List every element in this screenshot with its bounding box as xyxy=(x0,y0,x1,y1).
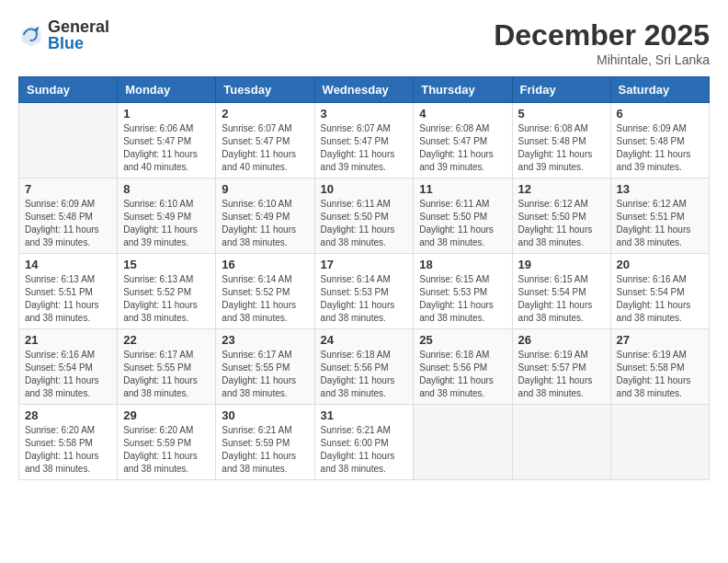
day-info: Sunrise: 6:14 AMSunset: 5:53 PMDaylight:… xyxy=(321,273,408,325)
calendar-cell xyxy=(19,103,118,178)
day-number: 31 xyxy=(321,408,408,422)
day-info: Sunrise: 6:19 AMSunset: 5:58 PMDaylight:… xyxy=(617,349,703,400)
day-info: Sunrise: 6:17 AMSunset: 5:55 PMDaylight:… xyxy=(123,349,210,400)
day-number: 23 xyxy=(222,333,308,347)
day-info: Sunrise: 6:11 AMSunset: 5:50 PMDaylight:… xyxy=(321,198,408,249)
calendar-cell: 13Sunrise: 6:12 AMSunset: 5:51 PMDayligh… xyxy=(610,178,709,254)
day-info: Sunrise: 6:20 AMSunset: 5:58 PMDaylight:… xyxy=(25,424,111,476)
logo-text: General Blue xyxy=(48,18,109,52)
day-header-saturday: Saturday xyxy=(610,77,709,103)
calendar-week-row: 7Sunrise: 6:09 AMSunset: 5:48 PMDaylight… xyxy=(19,178,710,254)
day-info: Sunrise: 6:10 AMSunset: 5:49 PMDaylight:… xyxy=(123,198,210,249)
calendar-cell: 8Sunrise: 6:10 AMSunset: 5:49 PMDaylight… xyxy=(118,178,216,254)
calendar-cell: 29Sunrise: 6:20 AMSunset: 5:59 PMDayligh… xyxy=(118,405,216,480)
day-number: 28 xyxy=(25,408,111,422)
day-info: Sunrise: 6:08 AMSunset: 5:48 PMDaylight:… xyxy=(518,122,605,174)
day-info: Sunrise: 6:15 AMSunset: 5:53 PMDaylight:… xyxy=(419,273,506,325)
day-number: 22 xyxy=(123,333,210,347)
day-header-friday: Friday xyxy=(512,77,610,103)
day-number: 1 xyxy=(123,107,210,121)
calendar-cell: 30Sunrise: 6:21 AMSunset: 5:59 PMDayligh… xyxy=(216,405,314,480)
day-number: 12 xyxy=(518,182,605,196)
day-info: Sunrise: 6:18 AMSunset: 5:56 PMDaylight:… xyxy=(321,349,408,400)
logo-icon xyxy=(18,22,44,48)
calendar-header-row: SundayMondayTuesdayWednesdayThursdayFrid… xyxy=(19,77,710,103)
day-number: 29 xyxy=(123,408,210,422)
logo-general: General xyxy=(48,18,109,35)
day-info: Sunrise: 6:09 AMSunset: 5:48 PMDaylight:… xyxy=(617,122,703,174)
day-number: 19 xyxy=(518,258,605,271)
calendar-cell: 21Sunrise: 6:16 AMSunset: 5:54 PMDayligh… xyxy=(19,329,118,405)
calendar-cell: 18Sunrise: 6:15 AMSunset: 5:53 PMDayligh… xyxy=(414,254,512,329)
day-info: Sunrise: 6:17 AMSunset: 5:55 PMDaylight:… xyxy=(222,349,308,400)
calendar-cell: 12Sunrise: 6:12 AMSunset: 5:50 PMDayligh… xyxy=(512,178,610,254)
calendar-week-row: 21Sunrise: 6:16 AMSunset: 5:54 PMDayligh… xyxy=(19,329,710,405)
day-info: Sunrise: 6:08 AMSunset: 5:47 PMDaylight:… xyxy=(419,122,506,174)
calendar-cell xyxy=(610,405,709,480)
location: Mihintale, Sri Lanka xyxy=(494,52,710,67)
calendar-cell: 3Sunrise: 6:07 AMSunset: 5:47 PMDaylight… xyxy=(314,103,414,178)
day-header-sunday: Sunday xyxy=(19,77,118,103)
day-info: Sunrise: 6:13 AMSunset: 5:52 PMDaylight:… xyxy=(123,273,210,325)
calendar-cell xyxy=(512,405,610,480)
logo[interactable]: General Blue xyxy=(18,18,109,52)
day-header-thursday: Thursday xyxy=(414,77,512,103)
calendar-cell: 16Sunrise: 6:14 AMSunset: 5:52 PMDayligh… xyxy=(216,254,314,329)
calendar-cell: 2Sunrise: 6:07 AMSunset: 5:47 PMDaylight… xyxy=(216,103,314,178)
day-info: Sunrise: 6:13 AMSunset: 5:51 PMDaylight:… xyxy=(25,273,111,325)
day-number: 14 xyxy=(25,258,111,271)
calendar-week-row: 1Sunrise: 6:06 AMSunset: 5:47 PMDaylight… xyxy=(19,103,710,178)
calendar-cell xyxy=(414,405,512,480)
calendar-cell: 19Sunrise: 6:15 AMSunset: 5:54 PMDayligh… xyxy=(512,254,610,329)
day-number: 6 xyxy=(617,107,703,121)
logo-blue: Blue xyxy=(48,35,109,52)
calendar-cell: 14Sunrise: 6:13 AMSunset: 5:51 PMDayligh… xyxy=(19,254,118,329)
day-number: 5 xyxy=(518,107,605,121)
day-number: 8 xyxy=(123,182,210,196)
calendar-week-row: 28Sunrise: 6:20 AMSunset: 5:58 PMDayligh… xyxy=(19,405,710,480)
day-info: Sunrise: 6:16 AMSunset: 5:54 PMDaylight:… xyxy=(617,273,703,325)
day-number: 13 xyxy=(617,182,703,196)
day-info: Sunrise: 6:14 AMSunset: 5:52 PMDaylight:… xyxy=(222,273,308,325)
day-number: 18 xyxy=(419,258,506,271)
calendar-cell: 5Sunrise: 6:08 AMSunset: 5:48 PMDaylight… xyxy=(512,103,610,178)
calendar-cell: 25Sunrise: 6:18 AMSunset: 5:56 PMDayligh… xyxy=(414,329,512,405)
day-info: Sunrise: 6:21 AMSunset: 6:00 PMDaylight:… xyxy=(321,424,408,476)
day-info: Sunrise: 6:11 AMSunset: 5:50 PMDaylight:… xyxy=(419,198,506,249)
day-number: 2 xyxy=(222,107,308,121)
day-info: Sunrise: 6:07 AMSunset: 5:47 PMDaylight:… xyxy=(222,122,308,174)
calendar-cell: 11Sunrise: 6:11 AMSunset: 5:50 PMDayligh… xyxy=(414,178,512,254)
calendar-cell: 22Sunrise: 6:17 AMSunset: 5:55 PMDayligh… xyxy=(118,329,216,405)
day-number: 16 xyxy=(222,258,308,271)
calendar-cell: 26Sunrise: 6:19 AMSunset: 5:57 PMDayligh… xyxy=(512,329,610,405)
calendar-cell: 24Sunrise: 6:18 AMSunset: 5:56 PMDayligh… xyxy=(314,329,414,405)
calendar-cell: 9Sunrise: 6:10 AMSunset: 5:49 PMDaylight… xyxy=(216,178,314,254)
calendar-cell: 15Sunrise: 6:13 AMSunset: 5:52 PMDayligh… xyxy=(118,254,216,329)
day-number: 25 xyxy=(419,333,506,347)
title-block: December 2025 Mihintale, Sri Lanka xyxy=(494,18,710,67)
calendar-cell: 7Sunrise: 6:09 AMSunset: 5:48 PMDaylight… xyxy=(19,178,118,254)
month-title: December 2025 xyxy=(494,18,710,52)
page-header: General Blue December 2025 Mihintale, Sr… xyxy=(18,18,710,67)
day-number: 20 xyxy=(617,258,703,271)
day-header-tuesday: Tuesday xyxy=(216,77,314,103)
day-number: 15 xyxy=(123,258,210,271)
calendar-cell: 10Sunrise: 6:11 AMSunset: 5:50 PMDayligh… xyxy=(314,178,414,254)
day-number: 7 xyxy=(25,182,111,196)
day-info: Sunrise: 6:21 AMSunset: 5:59 PMDaylight:… xyxy=(222,424,308,476)
day-info: Sunrise: 6:18 AMSunset: 5:56 PMDaylight:… xyxy=(419,349,506,400)
calendar-week-row: 14Sunrise: 6:13 AMSunset: 5:51 PMDayligh… xyxy=(19,254,710,329)
calendar-cell: 1Sunrise: 6:06 AMSunset: 5:47 PMDaylight… xyxy=(118,103,216,178)
calendar-cell: 28Sunrise: 6:20 AMSunset: 5:58 PMDayligh… xyxy=(19,405,118,480)
day-info: Sunrise: 6:12 AMSunset: 5:51 PMDaylight:… xyxy=(617,198,703,249)
day-info: Sunrise: 6:15 AMSunset: 5:54 PMDaylight:… xyxy=(518,273,605,325)
day-header-wednesday: Wednesday xyxy=(314,77,414,103)
calendar-cell: 4Sunrise: 6:08 AMSunset: 5:47 PMDaylight… xyxy=(414,103,512,178)
day-number: 21 xyxy=(25,333,111,347)
calendar-cell: 23Sunrise: 6:17 AMSunset: 5:55 PMDayligh… xyxy=(216,329,314,405)
day-info: Sunrise: 6:10 AMSunset: 5:49 PMDaylight:… xyxy=(222,198,308,249)
day-number: 3 xyxy=(321,107,408,121)
day-info: Sunrise: 6:20 AMSunset: 5:59 PMDaylight:… xyxy=(123,424,210,476)
day-info: Sunrise: 6:09 AMSunset: 5:48 PMDaylight:… xyxy=(25,198,111,249)
calendar-cell: 17Sunrise: 6:14 AMSunset: 5:53 PMDayligh… xyxy=(314,254,414,329)
